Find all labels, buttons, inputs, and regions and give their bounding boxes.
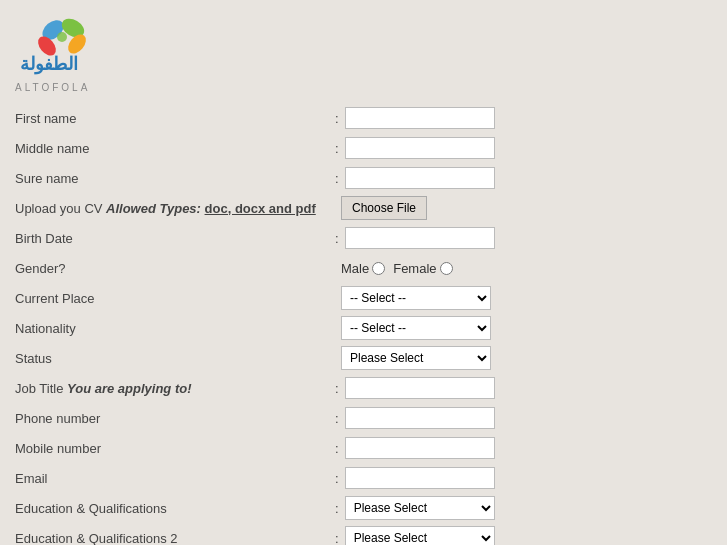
gender-female-text: Female [393, 261, 436, 276]
job-title-input[interactable] [345, 377, 495, 399]
education2-select[interactable]: Please Select [345, 526, 495, 545]
middle-name-label: Middle name [15, 141, 335, 156]
logo-icon: الطفولة [15, 10, 115, 80]
education2-colon: : [335, 531, 339, 546]
sure-name-colon: : [335, 171, 339, 186]
phone-number-row: Phone number : [15, 406, 712, 430]
education2-label: Education & Qualifications 2 [15, 531, 335, 546]
birth-date-colon: : [335, 231, 339, 246]
education-label: Education & Qualifications [15, 501, 335, 516]
svg-point-4 [57, 32, 67, 42]
gender-radio-group: Male Female [341, 261, 453, 276]
current-place-select[interactable]: -- Select -- [341, 286, 491, 310]
middle-name-colon: : [335, 141, 339, 156]
phone-number-colon: : [335, 411, 339, 426]
job-title-text: Job Title [15, 381, 67, 396]
status-select[interactable]: Please Select [341, 346, 491, 370]
middle-name-input[interactable] [345, 137, 495, 159]
upload-cv-row: Upload you CV Allowed Types: doc, docx a… [15, 196, 712, 220]
birth-date-row: Birth Date : [15, 226, 712, 250]
education-row: Education & Qualifications : Please Sele… [15, 496, 712, 520]
upload-cv-text: Upload you CV [15, 201, 106, 216]
gender-female-radio[interactable] [440, 262, 453, 275]
gender-label: Gender? [15, 261, 335, 276]
form-container: First name : Middle name : Sure name : U… [0, 101, 727, 545]
gender-male-label[interactable]: Male [341, 261, 385, 276]
education-colon: : [335, 501, 339, 516]
nationality-row: Nationality -- Select -- [15, 316, 712, 340]
birth-date-input[interactable] [345, 227, 495, 249]
status-row: Status Please Select [15, 346, 712, 370]
gender-row: Gender? Male Female [15, 256, 712, 280]
gender-female-label[interactable]: Female [393, 261, 452, 276]
email-colon: : [335, 471, 339, 486]
mobile-number-row: Mobile number : [15, 436, 712, 460]
sure-name-label: Sure name [15, 171, 335, 186]
birth-date-label: Birth Date [15, 231, 335, 246]
upload-cv-label: Upload you CV Allowed Types: doc, docx a… [15, 201, 335, 216]
current-place-label: Current Place [15, 291, 335, 306]
upload-cv-types: doc, docx and pdf [205, 201, 316, 216]
job-title-row: Job Title You are applying to! : [15, 376, 712, 400]
nationality-label: Nationality [15, 321, 335, 336]
mobile-number-colon: : [335, 441, 339, 456]
choose-file-button[interactable]: Choose File [341, 196, 427, 220]
phone-number-label: Phone number [15, 411, 335, 426]
first-name-row: First name : [15, 106, 712, 130]
logo-container: الطفولة ALTOFOLA [15, 10, 712, 93]
first-name-input[interactable] [345, 107, 495, 129]
nationality-select[interactable]: -- Select -- [341, 316, 491, 340]
job-title-italic: You are applying to! [67, 381, 191, 396]
upload-cv-allowed: Allowed Types: [106, 201, 204, 216]
job-title-colon: : [335, 381, 339, 396]
status-label: Status [15, 351, 335, 366]
job-title-label: Job Title You are applying to! [15, 381, 335, 396]
phone-number-input[interactable] [345, 407, 495, 429]
email-input[interactable] [345, 467, 495, 489]
email-row: Email : [15, 466, 712, 490]
mobile-number-input[interactable] [345, 437, 495, 459]
mobile-number-label: Mobile number [15, 441, 335, 456]
education-select[interactable]: Please Select [345, 496, 495, 520]
gender-male-text: Male [341, 261, 369, 276]
education2-row: Education & Qualifications 2 : Please Se… [15, 526, 712, 545]
logo-text: ALTOFOLA [15, 82, 90, 93]
middle-name-row: Middle name : [15, 136, 712, 160]
header: الطفولة ALTOFOLA [0, 0, 727, 101]
sure-name-row: Sure name : [15, 166, 712, 190]
current-place-row: Current Place -- Select -- [15, 286, 712, 310]
sure-name-input[interactable] [345, 167, 495, 189]
svg-text:الطفولة: الطفولة [20, 54, 78, 75]
gender-male-radio[interactable] [372, 262, 385, 275]
email-label: Email [15, 471, 335, 486]
first-name-label: First name [15, 111, 335, 126]
first-name-colon: : [335, 111, 339, 126]
